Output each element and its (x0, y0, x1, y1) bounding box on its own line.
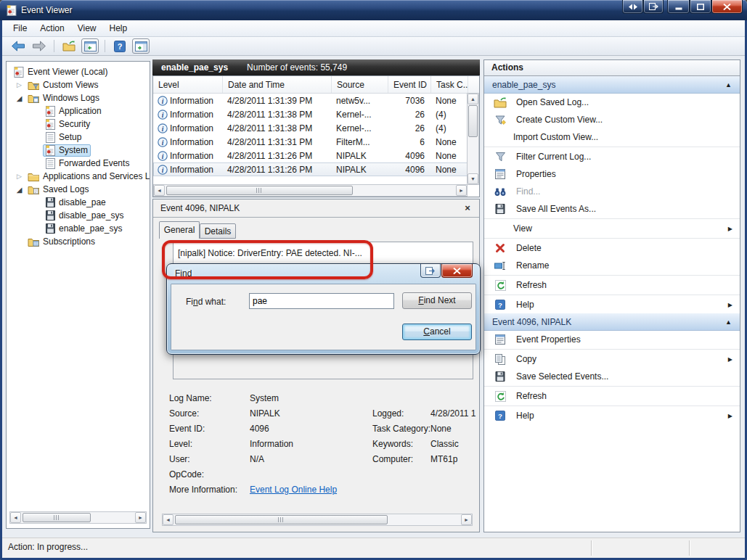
event-row-4[interactable]: iInformation 4/28/2011 1:31:31 PM Filter… (153, 135, 479, 149)
action-delete[interactable]: Delete (484, 239, 740, 257)
scroll-left-icon[interactable]: ◄ (154, 185, 165, 196)
tree-item-event-viewer-local[interactable]: Event Viewer (Local) (7, 65, 150, 78)
tree-horizontal-scrollbar[interactable]: ◄ ► (9, 511, 147, 524)
cancel-button[interactable]: Cancel (402, 324, 472, 340)
help-icon: ? (493, 300, 507, 310)
expander-collapsed-icon[interactable]: ▷ (14, 81, 25, 88)
expander-expanded-icon[interactable]: ◢ (14, 186, 25, 194)
menu-action[interactable]: Action (33, 21, 70, 36)
toolbar-forward-button[interactable] (30, 38, 48, 54)
action-open-saved-log[interactable]: Open Saved Log... (484, 94, 740, 111)
scroll-track[interactable] (165, 185, 456, 196)
scroll-thumb[interactable] (23, 513, 91, 522)
maximize-button[interactable] (690, 0, 711, 14)
mmc-window-button[interactable] (643, 0, 664, 14)
log-event-icon (46, 119, 55, 130)
action-copy[interactable]: Copy ▶ (484, 350, 740, 368)
action-help[interactable]: ?Help ▶ (484, 407, 740, 424)
tree-item-security[interactable]: Security (7, 118, 150, 131)
toolbar-back-button[interactable] (9, 38, 27, 54)
event-row-6[interactable]: iInformation 4/28/2011 1:31:26 PM NIPALK… (153, 162, 479, 176)
minimize-button[interactable] (667, 0, 690, 14)
events-horizontal-scrollbar[interactable]: ◄ ► (153, 184, 468, 197)
scroll-track[interactable] (174, 514, 461, 525)
column-header-level[interactable]: Level (153, 76, 223, 93)
toolbar: ? (2, 37, 745, 56)
close-icon[interactable]: × (462, 202, 473, 214)
action-help[interactable]: ?Help ▶ (484, 296, 740, 313)
scroll-up-icon[interactable]: ▲ (468, 94, 478, 104)
action-import-custom-view[interactable]: Import Custom View... (484, 128, 740, 146)
tree-item-application[interactable]: Application (7, 104, 150, 118)
column-header-source[interactable]: Source (332, 76, 388, 93)
scroll-right-icon[interactable]: ► (456, 185, 467, 196)
toolbar-console-tree-toggle-button[interactable] (81, 38, 99, 54)
action-refresh[interactable]: Refresh (484, 387, 740, 405)
toolbar-help-button[interactable]: ? (111, 38, 128, 54)
action-label: Event Properties (516, 334, 740, 345)
info-icon: i (158, 96, 168, 106)
action-properties[interactable]: Properties (484, 165, 740, 183)
tree-item-disable-pae-sys[interactable]: disable_pae_sys (7, 209, 150, 222)
action-event-properties[interactable]: Event Properties (484, 331, 740, 348)
scroll-right-icon[interactable]: ► (135, 512, 146, 523)
column-header-date-and-time[interactable]: Date and Time (223, 76, 332, 93)
event-row-3[interactable]: iInformation 4/28/2011 1:31:38 PM Kernel… (153, 121, 479, 135)
event-row-5[interactable]: iInformation 4/28/2011 1:31:26 PM NIPALK… (153, 149, 479, 162)
tree-item-forwarded-events[interactable]: Forwarded Events (7, 157, 150, 170)
scroll-thumb[interactable] (166, 186, 353, 195)
mmc-panes-button[interactable] (622, 0, 643, 14)
action-section-event-4096-nipalk[interactable]: Event 4096, NIPALK ▲ (484, 313, 740, 331)
action-view[interactable]: View ▶ (484, 220, 740, 237)
expander-expanded-icon[interactable]: ◢ (14, 94, 25, 102)
titlebar[interactable]: Event Viewer (0, 0, 747, 20)
event-log-online-help-link[interactable]: Event Log Online Help (250, 485, 337, 495)
action-filter-current-log[interactable]: Filter Current Log... (484, 148, 740, 165)
menu-view[interactable]: View (71, 21, 103, 36)
event-row-1[interactable]: iInformation 4/28/2011 1:31:39 PM netw5v… (153, 94, 479, 107)
toolbar-action-pane-toggle-button[interactable] (132, 38, 150, 54)
scroll-thumb[interactable] (468, 105, 478, 137)
actions-panel: Actions enable_pae_sys ▲ Open Saved Log.… (483, 59, 740, 532)
action-section-enable-pae-sys[interactable]: enable_pae_sys ▲ (484, 76, 740, 94)
scroll-track[interactable] (21, 512, 135, 523)
action-refresh[interactable]: Refresh (484, 276, 740, 294)
scroll-thumb[interactable] (175, 515, 388, 524)
tab-details[interactable]: Details (200, 223, 236, 239)
dialog-help-button[interactable] (420, 264, 441, 278)
event-row-2[interactable]: iInformation 4/28/2011 1:31:38 PM Kernel… (153, 107, 479, 121)
tree-item-applications-and-services-lo[interactable]: ▷ Applications and Services Lo (7, 170, 150, 183)
tree-item-system[interactable]: System (7, 144, 150, 157)
menu-file[interactable]: File (7, 21, 33, 36)
scroll-right-icon[interactable]: ► (461, 514, 472, 525)
find-what-input[interactable] (249, 293, 394, 309)
tree-item-saved-logs[interactable]: ◢ Saved Logs (7, 183, 150, 196)
action-save-all-events-as[interactable]: Save All Events As... (484, 200, 740, 218)
tree-item-enable-pae-sys[interactable]: enable_pae_sys (7, 222, 150, 235)
tree-item-disable-pae[interactable]: disable_pae (7, 196, 150, 209)
tree-item-setup[interactable]: Setup (7, 131, 150, 144)
column-header-task-c[interactable]: Task C... (431, 76, 468, 93)
dialog-close-button[interactable] (441, 264, 473, 278)
tree-item-windows-logs[interactable]: ◢ Windows Logs (7, 91, 150, 104)
action-find: Find... (484, 183, 740, 200)
close-button[interactable] (711, 0, 743, 14)
events-vertical-scrollbar[interactable]: ▲ ▼ (467, 93, 479, 185)
action-create-custom-view[interactable]: Create Custom View... (484, 111, 740, 128)
scroll-left-icon[interactable]: ◄ (163, 514, 174, 525)
find-next-button[interactable]: Find Next (402, 292, 472, 309)
tree-item-custom-views[interactable]: ▷ Custom Views (7, 78, 150, 91)
action-save-selected-events[interactable]: Save Selected Events... (484, 368, 740, 385)
menu-help[interactable]: Help (103, 21, 134, 36)
toolbar-export-list-button[interactable] (60, 38, 78, 54)
detail-horizontal-scrollbar[interactable]: ◄ ► (162, 514, 473, 526)
tree-item-subscriptions[interactable]: Subscriptions (7, 235, 150, 248)
column-header-event-id[interactable]: Event ID (388, 76, 431, 93)
action-rename[interactable]: Rename (484, 257, 740, 274)
field-value: N/A (250, 454, 264, 464)
scroll-down-icon[interactable]: ▼ (468, 173, 478, 184)
expander-collapsed-icon[interactable]: ▷ (14, 173, 25, 180)
scroll-track[interactable] (468, 104, 478, 173)
tab-general[interactable]: General (159, 221, 200, 239)
scroll-left-icon[interactable]: ◄ (10, 512, 21, 523)
